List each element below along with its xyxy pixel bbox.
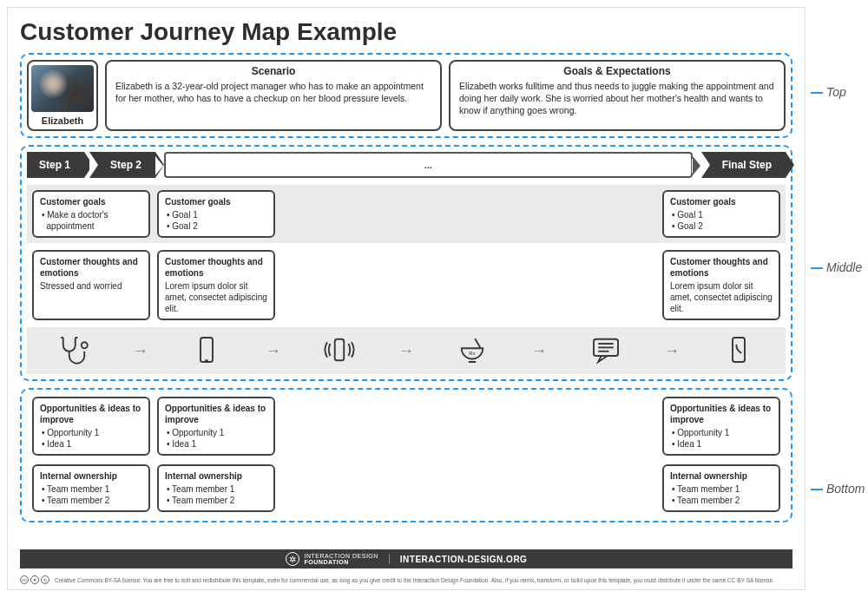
license-line: cc●↻ Creative Commons BY-SA license: You… bbox=[20, 575, 792, 584]
goals-card-2: Customer goals Goal 1Goal 2 bbox=[157, 190, 275, 238]
cc-icon: cc bbox=[20, 575, 29, 584]
persona-name: Elizabeth bbox=[42, 115, 83, 126]
footer-url: INTERACTION-DESIGN.ORG bbox=[400, 555, 528, 564]
middle-section: Step 1 Step 2 ... Final Step Customer go… bbox=[20, 145, 792, 381]
footer-bar: ✲ INTERACTION DESIGN FOUNDATION INTERACT… bbox=[20, 549, 792, 568]
annotation-top: Top bbox=[811, 85, 846, 99]
scenario-heading: Scenario bbox=[115, 65, 431, 77]
phone-call-icon bbox=[720, 334, 757, 367]
bottom-section: Opportunities & ideas to improve Opportu… bbox=[20, 388, 792, 522]
opportunities-row: Opportunities & ideas to improve Opportu… bbox=[27, 395, 786, 457]
svg-text:Rx: Rx bbox=[470, 350, 476, 356]
goals-heading: Goals & Expectations bbox=[459, 65, 775, 77]
steps-row: Step 1 Step 2 ... Final Step bbox=[27, 152, 786, 178]
thoughts-card-1: Customer thoughts and emotions Stressed … bbox=[32, 250, 150, 320]
goals-box: Goals & Expectations Elizabeth works ful… bbox=[449, 60, 786, 131]
goals-card-final: Customer goals Goal 1Goal 2 bbox=[662, 190, 780, 238]
page: Customer Journey Map Example Elizabeth S… bbox=[7, 7, 806, 590]
arrow-icon: → bbox=[664, 342, 680, 360]
by-icon: ● bbox=[30, 575, 39, 584]
goals-card-1: Customer goals Make a doctor's appointme… bbox=[32, 190, 150, 238]
arrow-icon: → bbox=[133, 342, 148, 360]
customer-goals-row: Customer goals Make a doctor's appointme… bbox=[27, 185, 786, 243]
svg-point-0 bbox=[82, 342, 88, 348]
step-2: Step 2 bbox=[89, 152, 155, 178]
arrow-icon: → bbox=[266, 342, 281, 360]
phone-ringing-icon bbox=[321, 334, 358, 367]
own-card-2: Internal ownership Team member 1Team mem… bbox=[157, 464, 275, 512]
opp-card-2: Opportunities & ideas to improve Opportu… bbox=[157, 397, 275, 456]
own-card-final: Internal ownership Team member 1Team mem… bbox=[662, 464, 780, 512]
scenario-body: Elizabeth is a 32-year-old project manag… bbox=[115, 80, 431, 104]
annotation-bottom: Bottom bbox=[811, 482, 865, 496]
goals-body: Elizabeth works fulltime and thus needs … bbox=[459, 80, 775, 117]
svg-rect-1 bbox=[201, 338, 213, 362]
arrow-icon: → bbox=[531, 342, 547, 360]
stethoscope-icon bbox=[56, 334, 92, 367]
phone-icon bbox=[188, 334, 225, 367]
thoughts-row: Customer thoughts and emotions Stressed … bbox=[27, 248, 786, 322]
tree-icon: ✲ bbox=[286, 552, 299, 566]
thoughts-card-2: Customer thoughts and emotions Lorem ips… bbox=[157, 250, 275, 320]
step-1: Step 1 bbox=[27, 152, 84, 178]
footer-logo: ✲ INTERACTION DESIGN FOUNDATION bbox=[286, 552, 378, 566]
scenario-box: Scenario Elizabeth is a 32-year-old proj… bbox=[105, 60, 442, 131]
svg-rect-3 bbox=[335, 339, 345, 361]
top-section: Elizabeth Scenario Elizabeth is a 32-yea… bbox=[20, 53, 792, 138]
license-text: Creative Commons BY-SA license: You are … bbox=[55, 577, 774, 583]
cc-icons: cc●↻ bbox=[20, 575, 49, 584]
persona-card: Elizabeth bbox=[27, 60, 98, 131]
step-final: Final Step bbox=[701, 152, 786, 178]
chat-icon bbox=[588, 334, 624, 367]
ownership-row: Internal ownership Team member 1Team mem… bbox=[27, 463, 786, 514]
persona-photo bbox=[31, 65, 94, 112]
thoughts-card-final: Customer thoughts and emotions Lorem ips… bbox=[662, 250, 780, 320]
own-card-1: Internal ownership Team member 1Team mem… bbox=[32, 464, 150, 512]
page-title: Customer Journey Map Example bbox=[20, 18, 792, 46]
mortar-pestle-icon: Rx bbox=[454, 334, 490, 367]
opp-card-1: Opportunities & ideas to improve Opportu… bbox=[32, 397, 150, 456]
step-ellipsis: ... bbox=[164, 152, 693, 178]
arrow-icon: → bbox=[398, 342, 414, 360]
touchpoint-icons: → → → Rx → → bbox=[27, 327, 786, 374]
annotation-middle: Middle bbox=[811, 260, 862, 274]
sa-icon: ↻ bbox=[41, 575, 49, 584]
opp-card-final: Opportunities & ideas to improve Opportu… bbox=[662, 397, 780, 456]
